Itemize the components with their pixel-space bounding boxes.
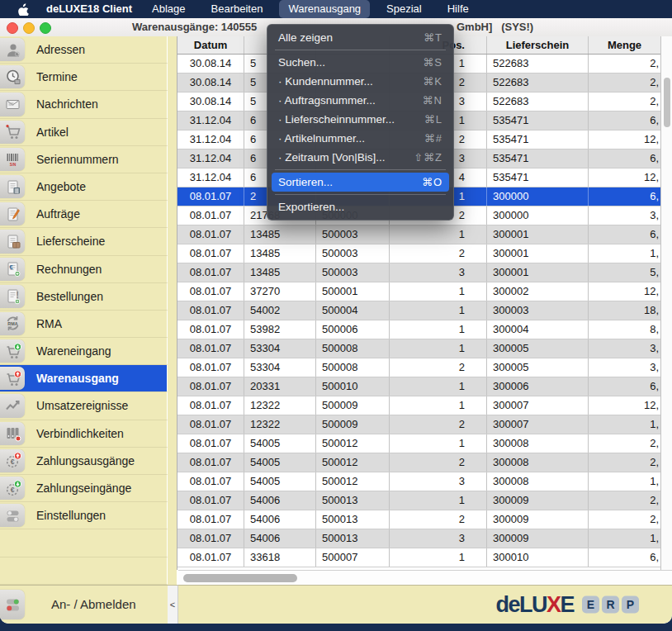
minimize-button[interactable] — [23, 22, 35, 34]
table-row[interactable]: 08.01.075398250000613000048, — [177, 320, 660, 339]
table-row[interactable]: 08.01.071232250000923000071, — [177, 415, 660, 434]
table-row[interactable]: 08.01.0754002500004130000318, — [177, 301, 660, 320]
cell-pos: 1 — [390, 377, 487, 396]
cell-ls: 522683 — [487, 93, 589, 111]
column-header-menge[interactable]: Menge — [589, 36, 660, 54]
column-header-lieferschein[interactable]: Lieferschein — [487, 36, 589, 54]
sidebar-collapse-button[interactable]: < — [168, 585, 178, 624]
cell-menge: 3, — [589, 358, 660, 377]
cell-menge: 2, — [589, 93, 660, 111]
cell-auf: 500003 — [316, 225, 390, 244]
menu-item-auftragsnummer[interactable]: · Auftragsnummer...⌘N — [272, 91, 449, 110]
logo-chip-e: E — [582, 596, 599, 614]
sidebar-item-warenausgang[interactable]: Warenausgang — [0, 365, 168, 392]
menu-item-suchen[interactable]: Suchen...⌘S — [272, 53, 449, 72]
cell-ls: 535471 — [487, 168, 589, 187]
menu-item-exportieren[interactable]: Exportieren... — [272, 197, 449, 216]
cell-menge: 1, — [589, 415, 660, 434]
horizontal-scrollbar[interactable] — [178, 570, 672, 585]
table-row[interactable]: 08.01.075330450000813000053, — [177, 339, 660, 358]
cell-auf: 500003 — [316, 263, 390, 282]
zoom-button[interactable] — [40, 22, 51, 34]
vertical-scrollbar-thumb[interactable] — [664, 78, 670, 127]
table-row[interactable]: 08.01.075400650001313000092, — [177, 491, 660, 510]
table-row[interactable]: 08.01.075400550001223000082, — [177, 453, 660, 472]
menu-item-kundennummer[interactable]: · Kundennummer...⌘K — [272, 72, 449, 91]
vertical-scrollbar[interactable] — [660, 36, 672, 570]
sidebar-item-verbindlichkeiten[interactable]: Verbindlichkeiten — [0, 420, 168, 448]
cell-menge: 18, — [589, 301, 660, 320]
cell-kd: 12322 — [244, 415, 316, 434]
cell-kd: 54005 — [244, 434, 316, 453]
sidebar-item-label: Seriennummern — [36, 146, 119, 173]
warenausgang-dropdown-menu: Alle zeigen⌘TSuchen...⌘S· Kundennummer..… — [267, 24, 454, 221]
sidebar-item-umsatzereignisse[interactable]: Umsatzereignisse — [0, 392, 168, 420]
svg-text:€: € — [9, 263, 13, 271]
table-row[interactable]: 08.01.075400550001233000081, — [177, 472, 660, 491]
table-row[interactable]: 08.01.071348550000313000016, — [177, 225, 660, 244]
table-row[interactable]: 08.01.075400650001323000092, — [177, 510, 660, 529]
sidebar-item-lieferscheine[interactable]: Lieferscheine — [0, 228, 168, 255]
cell-ls: 300000 — [487, 206, 589, 225]
table-row[interactable]: 08.01.072033150001013000066, — [177, 377, 660, 396]
menubar-item-bearbeiten[interactable]: Bearbeiten — [202, 0, 272, 18]
cell-menge: 3, — [589, 339, 660, 358]
menubar-item-ablage[interactable]: Ablage — [143, 0, 194, 18]
sidebar-item-seriennummern[interactable]: S/NSeriennummern — [0, 146, 168, 173]
cell-ls: 300010 — [487, 548, 589, 567]
menu-item-artikelnummer[interactable]: · Artikelnummer...⌘# — [272, 129, 449, 148]
sidebar-item-termine[interactable]: Termine — [0, 64, 168, 91]
menubar-item-warenausgang[interactable]: Warenausgang — [279, 0, 370, 18]
cell-menge: 2, — [589, 434, 660, 453]
cell-pos: 1 — [390, 301, 487, 320]
sidebar-item-rechnungen[interactable]: €Rechnungen — [0, 256, 168, 283]
menu-item-zeitraum-von-bis[interactable]: · Zeitraum [Von|Bis]...⇧⌘Z — [272, 148, 449, 167]
menu-item-lieferscheinnummer[interactable]: · Lieferscheinnummer...⌘L — [272, 110, 449, 129]
cell-kd: 54005 — [244, 472, 316, 491]
sidebar-item-artikel[interactable]: Artikel — [0, 119, 168, 146]
sidebar-item-zahlungsausgaenge[interactable]: €Zahlungsausgänge — [0, 448, 168, 475]
cell-pos: 2 — [390, 510, 487, 529]
sidebar-item-rma[interactable]: RMARMA — [0, 311, 168, 338]
cell-datum: 30.08.14 — [177, 93, 244, 111]
cell-menge: 6, — [589, 187, 660, 206]
menu-item-sortieren[interactable]: Sortieren...⌘O — [272, 173, 449, 192]
cell-menge: 12, — [589, 396, 660, 415]
table-row[interactable]: 08.01.075400650001333000091, — [177, 529, 660, 548]
table-row[interactable]: 08.01.071348550000333000015, — [177, 263, 660, 282]
apple-icon[interactable] — [17, 2, 29, 16]
sidebar-item-angebote[interactable]: Angebote — [0, 173, 168, 201]
column-header-datum[interactable]: Datum — [177, 36, 244, 54]
logout-button[interactable]: An- / Abmelden — [0, 585, 168, 624]
table-row[interactable]: 08.01.075330450000823000053, — [177, 358, 660, 377]
table-row[interactable]: 08.01.0712322500009130000712, — [177, 396, 660, 415]
sidebar: AdressenTermineNachrichtenArtikelS/NSeri… — [0, 36, 177, 585]
sidebar-item-wareneingang[interactable]: Wareneingang — [0, 338, 168, 365]
sidebar-item-nachrichten[interactable]: Nachrichten — [0, 91, 168, 118]
cell-kd: 53304 — [244, 358, 316, 377]
menubar-app-name[interactable]: deLUXE18 Client — [43, 0, 135, 18]
cell-datum: 08.01.07 — [177, 358, 244, 377]
cell-menge: 5, — [589, 263, 660, 282]
cell-auf: 500006 — [316, 320, 390, 339]
table-row[interactable]: 08.01.0737270500001130000212, — [177, 282, 660, 301]
sidebar-item-adressen[interactable]: Adressen — [0, 36, 168, 64]
cell-pos: 2 — [390, 415, 487, 434]
horizontal-scrollbar-thumb[interactable] — [183, 574, 297, 582]
menubar-item-spezial[interactable]: Spezial — [377, 0, 431, 18]
sidebar-item-zahlungseingaenge[interactable]: €Zahlungseingänge — [0, 475, 168, 502]
cell-ls: 300009 — [487, 529, 589, 548]
menu-item-label: Exportieren... — [272, 201, 442, 213]
menubar-item-hilfe[interactable]: Hilfe — [438, 0, 478, 18]
sidebar-item-auftraege[interactable]: Aufträge — [0, 201, 168, 228]
table-row[interactable]: 08.01.071348550000323000011, — [177, 244, 660, 263]
cell-pos: 3 — [390, 263, 487, 282]
sidebar-item-einstellungen[interactable]: Einstellungen — [0, 502, 168, 529]
table-row[interactable]: 08.01.075400550001213000082, — [177, 434, 660, 453]
sidebar-item-bestellungen[interactable]: !Bestellungen — [0, 283, 168, 311]
cell-kd: 12322 — [244, 396, 316, 415]
close-button[interactable] — [7, 22, 18, 34]
menu-item-alle-zeigen[interactable]: Alle zeigen⌘T — [272, 28, 449, 47]
cell-datum: 31.12.04 — [177, 130, 244, 149]
table-row[interactable]: 08.01.073361850000713000106, — [177, 548, 660, 567]
